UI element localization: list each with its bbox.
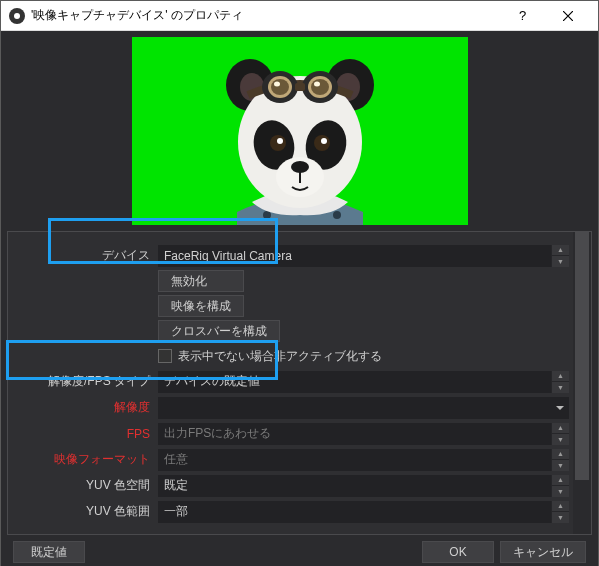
- videoformat-value: 任意: [164, 451, 188, 468]
- cancel-button[interactable]: キャンセル: [500, 541, 586, 563]
- svg-point-13: [277, 138, 283, 144]
- yuvspace-label: YUV 色空間: [8, 477, 158, 494]
- svg-point-24: [311, 79, 329, 95]
- config-crossbar-button[interactable]: クロスバーを構成: [158, 320, 280, 342]
- yuvspace-value: 既定: [164, 477, 188, 494]
- app-icon: [9, 8, 25, 24]
- svg-point-15: [321, 138, 327, 144]
- resfps-value: デバイスの既定値: [164, 373, 260, 390]
- yuvrange-select[interactable]: 一部 ▲▼: [158, 501, 569, 523]
- fps-value: 出力FPSにあわせる: [164, 425, 271, 442]
- chevron-down-icon: [551, 397, 569, 419]
- resolution-label: 解像度: [8, 399, 158, 416]
- deactivate-label: 表示中でない場合非アクティブ化する: [178, 348, 382, 365]
- svg-point-25: [314, 82, 320, 87]
- svg-point-21: [274, 82, 280, 87]
- scrollbar-thumb[interactable]: [575, 232, 589, 480]
- resfps-label: 解像度/FPS タイプ: [8, 373, 158, 390]
- videoformat-select[interactable]: 任意 ▲▼: [158, 449, 569, 471]
- video-preview: [132, 37, 468, 225]
- titlebar: '映像キャプチャデバイス' のプロパティ ?: [1, 1, 598, 31]
- yuvrange-label: YUV 色範囲: [8, 503, 158, 520]
- defaults-button[interactable]: 既定値: [13, 541, 85, 563]
- ok-button[interactable]: OK: [422, 541, 494, 563]
- svg-point-4: [333, 211, 341, 219]
- resfps-select[interactable]: デバイスの既定値 ▲▼: [158, 371, 569, 393]
- svg-rect-26: [295, 83, 305, 91]
- svg-point-20: [271, 79, 289, 95]
- yuvspace-select[interactable]: 既定 ▲▼: [158, 475, 569, 497]
- resolution-select[interactable]: [158, 397, 569, 419]
- vertical-scrollbar[interactable]: [573, 232, 591, 534]
- dialog-footer: 既定値 OK キャンセル: [7, 535, 592, 566]
- yuvrange-value: 一部: [164, 503, 188, 520]
- config-video-button[interactable]: 映像を構成: [158, 295, 244, 317]
- deactivate-checkbox[interactable]: 表示中でない場合非アクティブ化する: [158, 345, 382, 367]
- device-value: FaceRig Virtual Camera: [164, 249, 292, 263]
- window-title: '映像キャプチャデバイス' のプロパティ: [31, 7, 500, 24]
- checkbox-icon: [158, 349, 172, 363]
- properties-panel: デバイス FaceRig Virtual Camera ▲▼ 無効化 映像を構成…: [7, 231, 592, 535]
- disable-button[interactable]: 無効化: [158, 270, 244, 292]
- close-button[interactable]: [545, 1, 590, 31]
- help-button[interactable]: ?: [500, 1, 545, 31]
- videoformat-label: 映像フォーマット: [8, 451, 158, 468]
- device-select[interactable]: FaceRig Virtual Camera ▲▼: [158, 245, 569, 267]
- close-icon: [563, 11, 573, 21]
- svg-point-1: [263, 211, 271, 219]
- fps-label: FPS: [8, 427, 158, 441]
- device-label: デバイス: [8, 247, 158, 264]
- fps-select[interactable]: 出力FPSにあわせる ▲▼: [158, 423, 569, 445]
